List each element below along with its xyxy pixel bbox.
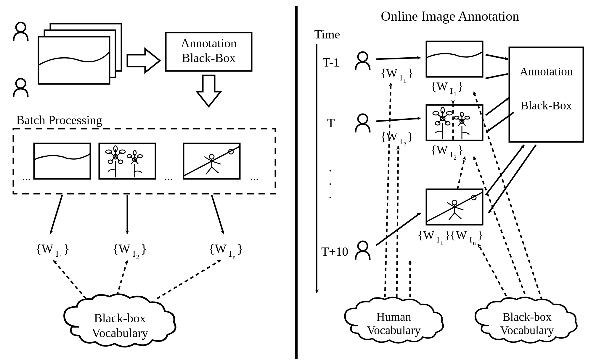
svg-text:}: }	[477, 228, 483, 242]
svg-text:1: 1	[440, 240, 443, 246]
svg-text:{W: {W	[417, 228, 434, 242]
annotation-box-label: Annotation	[181, 36, 237, 50]
stick-thumb-icon	[184, 143, 240, 179]
dashed-arrow-icon	[397, 146, 398, 297]
arrow-w-label: {WI2}	[380, 130, 413, 148]
svg-text:n: n	[232, 253, 236, 261]
arrow-icon	[212, 195, 224, 234]
annotation-blackbox-left: Annotation Black-Box	[166, 33, 252, 71]
cloud-label: Vocabulary	[367, 323, 420, 337]
svg-text:I: I	[400, 73, 402, 82]
dashed-arrow-icon	[157, 260, 221, 299]
arrow-w-label: {WI1}	[380, 66, 413, 84]
svg-text:I: I	[450, 150, 453, 159]
svg-text:2: 2	[454, 154, 457, 161]
svg-text:}: }	[444, 228, 450, 242]
image-w-label: {WI2}	[431, 143, 463, 161]
arrow-icon	[486, 98, 509, 115]
time-mark: T	[327, 116, 335, 130]
annotation-blackbox-right: Annotation Black-Box	[509, 47, 583, 142]
time-label: Time	[314, 27, 340, 41]
svg-text:I: I	[229, 249, 232, 258]
svg-text:}: }	[407, 66, 413, 80]
output-label: {WIn}	[209, 242, 243, 261]
time-mark: T+10	[321, 245, 348, 258]
annotation-box-label: Black-Box	[521, 99, 572, 112]
output-label: {WI1}	[36, 242, 70, 261]
person-icon	[14, 22, 28, 41]
person-icon	[356, 241, 370, 260]
svg-text:n: n	[473, 240, 476, 246]
dashed-arrow-icon	[457, 157, 465, 189]
svg-text:}: }	[237, 242, 243, 255]
arrow-icon	[486, 74, 508, 78]
dashed-arrow-icon	[53, 260, 86, 299]
svg-text:I: I	[400, 137, 402, 146]
ellipsis: ...	[164, 170, 173, 183]
svg-text:I: I	[450, 86, 453, 96]
left-panel: Annotation Black-Box Batch Processing ..…	[13, 22, 275, 347]
person-icon	[356, 114, 370, 132]
annotation-box-label: Black-Box	[182, 51, 236, 65]
svg-text:}: }	[458, 143, 463, 156]
output-label: {WI2}	[113, 242, 147, 261]
svg-text:{W: {W	[431, 80, 448, 93]
svg-rect-57	[509, 47, 583, 142]
svg-text:1: 1	[454, 91, 457, 97]
cloud-label: Human	[376, 310, 411, 323]
arrow-icon	[486, 55, 508, 59]
svg-text:{W: {W	[380, 66, 397, 80]
time-dots: .	[329, 161, 332, 174]
svg-text:2: 2	[403, 141, 406, 148]
svg-text:{W: {W	[209, 242, 227, 255]
svg-text:2: 2	[136, 253, 139, 261]
landscape-thumb-icon	[426, 41, 483, 77]
image-w-label: {WI1} {WIn}	[417, 228, 483, 246]
person-icon	[14, 79, 28, 97]
dashed-arrow-icon	[385, 83, 391, 297]
svg-text:1: 1	[59, 253, 62, 261]
batch-processing-label: Batch Processing	[16, 113, 102, 127]
flowers-thumb-icon	[99, 143, 155, 179]
cloud-label: Vocabulary	[92, 326, 148, 340]
svg-text:{W: {W	[431, 143, 448, 156]
right-title: Online Image Annotation	[381, 9, 519, 24]
svg-text:{W: {W	[36, 242, 53, 255]
svg-text:}: }	[407, 130, 413, 143]
stick-thumb-icon	[426, 189, 483, 225]
hollow-arrow-down-icon	[197, 75, 221, 106]
time-mark: T-1	[323, 56, 340, 69]
flowers-thumb-icon	[426, 105, 483, 140]
ellipsis: ...	[250, 170, 259, 183]
time-dots: .	[329, 187, 332, 201]
svg-text:{W: {W	[450, 228, 467, 242]
right-panel: Online Image Annotation Time T-1 T . . .…	[314, 9, 583, 343]
svg-text:}: }	[141, 242, 147, 255]
image-w-label: {WI1}	[431, 80, 463, 97]
ellipsis: ...	[22, 170, 31, 183]
annotation-box-label: Annotation	[520, 65, 573, 78]
svg-text:I: I	[133, 249, 136, 258]
arrow-icon	[489, 145, 536, 213]
image-stack	[38, 24, 121, 84]
cloud-label: Black-box	[94, 311, 146, 325]
time-dots: .	[329, 174, 332, 187]
arrow-icon	[376, 118, 420, 121]
cloud-label: Vocabulary	[500, 323, 554, 337]
svg-text:I: I	[437, 235, 439, 244]
svg-text:{W: {W	[113, 242, 130, 255]
person-icon	[356, 52, 370, 70]
svg-text:I: I	[56, 249, 59, 258]
dashed-arrow-icon	[478, 244, 509, 302]
svg-text:I: I	[469, 235, 472, 244]
hollow-arrow-right-icon	[127, 49, 160, 72]
dashed-arrow-icon	[117, 260, 127, 296]
arrow-icon	[50, 195, 62, 234]
landscape-thumb-icon	[34, 143, 90, 179]
svg-text:}: }	[64, 242, 70, 255]
arrow-icon	[376, 58, 420, 59]
svg-text:}: }	[458, 80, 463, 93]
cloud-label: Black-box	[502, 310, 552, 323]
svg-text:1: 1	[403, 77, 406, 84]
